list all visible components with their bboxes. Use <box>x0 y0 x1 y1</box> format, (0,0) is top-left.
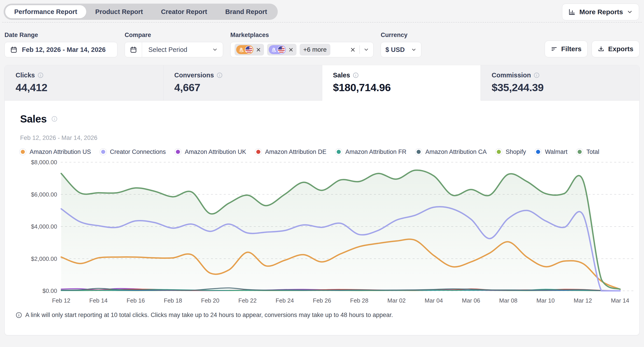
stat-label: Sales <box>333 71 350 79</box>
legend-label: Total <box>586 148 599 155</box>
legend-label: Creator Connections <box>110 148 166 155</box>
stat-value: 44,412 <box>16 81 163 94</box>
legend-item-creator-connections[interactable]: Creator Connections <box>100 148 166 155</box>
legend-dot <box>255 148 262 155</box>
remove-chip-icon[interactable] <box>288 47 294 52</box>
date-range-group: Date Range Feb 12, 2026 - Mar 14, 2026 <box>4 31 118 57</box>
svg-text:a: a <box>272 46 275 52</box>
stat-cards-row: Clicks 44,412 Conversions 4,667 Sales $1… <box>5 65 639 101</box>
filters-button-label: Filters <box>561 45 582 53</box>
svg-text:$4,000.00: $4,000.00 <box>31 223 57 230</box>
legend-label: Amazon Attribution DE <box>265 148 326 155</box>
exports-button-label: Exports <box>608 45 634 53</box>
legend-label: Amazon Attribution US <box>30 148 91 155</box>
filters-button[interactable]: Filters <box>545 41 588 57</box>
svg-text:Mar 10: Mar 10 <box>536 297 555 304</box>
chevron-down-icon <box>212 47 218 52</box>
bar-chart-icon <box>568 8 576 16</box>
tab-brand-report[interactable]: Brand Report <box>216 5 276 18</box>
tab-label: Performance Report <box>14 8 77 15</box>
svg-text:Mar 06: Mar 06 <box>462 297 480 304</box>
legend-item-total[interactable]: Total <box>576 148 599 155</box>
svg-text:Feb 18: Feb 18 <box>164 297 182 304</box>
svg-text:Feb 28: Feb 28 <box>350 297 368 304</box>
amazon-logo-icon: a <box>270 46 278 53</box>
info-icon[interactable] <box>534 72 540 78</box>
legend-dot <box>335 148 342 155</box>
marketplaces-select[interactable]: a a +6 more <box>230 42 374 57</box>
sales-line-chart[interactable]: $8,000.00$6,000.00$4,000.00$2,000.00$0.0… <box>5 159 640 311</box>
stat-card-sales[interactable]: Sales $180,714.96 <box>322 65 481 101</box>
legend-item-amazon-attribution-fr[interactable]: Amazon Attribution FR <box>335 148 406 155</box>
svg-text:Mar 14: Mar 14 <box>611 297 629 304</box>
legend-item-amazon-attribution-us[interactable]: Amazon Attribution US <box>19 148 91 155</box>
svg-text:Mar 08: Mar 08 <box>499 297 518 304</box>
marketplace-chip-amazon-us-2[interactable]: a <box>267 44 296 55</box>
stat-card-commission[interactable]: Commission $35,244.39 <box>481 65 639 101</box>
marketplaces-controls <box>350 45 370 54</box>
svg-text:a: a <box>240 46 243 52</box>
currency-select[interactable]: $ USD <box>381 42 421 57</box>
calendar-icon <box>10 46 18 53</box>
svg-text:Feb 20: Feb 20 <box>201 297 220 304</box>
legend-dot <box>415 148 422 155</box>
svg-text:Feb 12: Feb 12 <box>52 297 70 304</box>
legend-dot <box>576 148 583 155</box>
report-tabs: Performance Report Product Report Creato… <box>4 3 278 20</box>
svg-text:Feb 16: Feb 16 <box>127 297 145 304</box>
legend-dot <box>174 148 182 155</box>
more-reports-button[interactable]: More Reports <box>562 3 639 20</box>
svg-text:Mar 04: Mar 04 <box>425 297 443 304</box>
svg-text:Feb 14: Feb 14 <box>90 297 108 304</box>
stat-label: Commission <box>492 71 531 79</box>
svg-text:Mar 02: Mar 02 <box>388 297 406 304</box>
more-reports-label: More Reports <box>580 8 623 16</box>
stat-value: $180,714.96 <box>333 81 481 94</box>
report-panel: Clicks 44,412 Conversions 4,667 Sales $1… <box>4 65 640 335</box>
tab-creator-report[interactable]: Creator Report <box>152 5 216 18</box>
marketplaces-more-chip[interactable]: +6 more <box>300 44 330 55</box>
stat-card-conversions[interactable]: Conversions 4,667 <box>164 65 322 101</box>
legend-item-amazon-attribution-ca[interactable]: Amazon Attribution CA <box>415 148 487 155</box>
legend-item-shopify[interactable]: Shopify <box>495 148 526 155</box>
dashed-divider <box>2 22 642 22</box>
svg-text:$2,000.00: $2,000.00 <box>31 255 57 262</box>
chart-date-range: Feb 12, 2026 - Mar 14, 2026 <box>20 134 639 141</box>
download-icon <box>598 45 604 52</box>
filter-row: Date Range Feb 12, 2026 - Mar 14, 2026 C… <box>0 31 644 57</box>
remove-chip-icon[interactable] <box>256 47 261 52</box>
stat-card-clicks[interactable]: Clicks 44,412 <box>5 65 164 101</box>
legend-dot <box>534 148 542 155</box>
stat-label: Clicks <box>16 71 35 79</box>
compare-select[interactable]: Select Period <box>125 42 223 57</box>
clear-all-icon[interactable] <box>350 47 356 53</box>
tab-product-report[interactable]: Product Report <box>86 5 152 18</box>
info-icon[interactable] <box>216 72 223 78</box>
marketplace-chip-amazon-us[interactable]: a <box>234 44 264 55</box>
info-icon[interactable] <box>38 72 44 78</box>
tab-label: Brand Report <box>225 8 267 15</box>
chevron-down-icon[interactable] <box>363 47 369 52</box>
amazon-us-pill: a <box>236 45 253 54</box>
date-range-input[interactable]: Feb 12, 2026 - Mar 14, 2026 <box>4 42 118 57</box>
date-range-label: Date Range <box>4 31 118 38</box>
legend-label: Amazon Attribution CA <box>426 148 487 155</box>
tab-performance-report[interactable]: Performance Report <box>5 5 86 18</box>
stat-value: $35,244.39 <box>492 81 639 94</box>
exports-button[interactable]: Exports <box>592 41 640 57</box>
info-icon[interactable] <box>51 116 58 122</box>
svg-text:$6,000.00: $6,000.00 <box>31 191 57 198</box>
compare-calendar-segment[interactable] <box>125 42 142 57</box>
stat-label: Conversions <box>174 71 214 79</box>
info-icon <box>16 312 22 318</box>
amazon-us-pill-lavender: a <box>269 45 286 54</box>
compare-group: Compare Select Period <box>125 31 223 57</box>
divider <box>360 45 360 54</box>
date-range-value: Feb 12, 2026 - Mar 14, 2026 <box>22 46 106 53</box>
chevron-down-icon <box>411 47 416 52</box>
legend-item-amazon-attribution-de[interactable]: Amazon Attribution DE <box>255 148 326 155</box>
legend-item-walmart[interactable]: Walmart <box>534 148 568 155</box>
info-icon[interactable] <box>353 72 359 78</box>
legend-item-amazon-attribution-uk[interactable]: Amazon Attribution UK <box>174 148 246 155</box>
compare-label: Compare <box>125 31 223 38</box>
